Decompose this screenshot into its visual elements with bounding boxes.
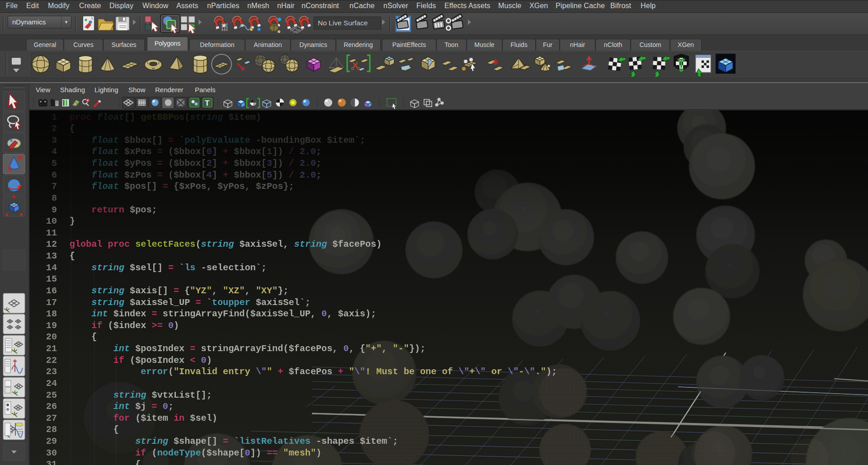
svg-text:T: T [205,99,210,108]
svg-text:No Live Surface: No Live Surface [318,19,368,27]
